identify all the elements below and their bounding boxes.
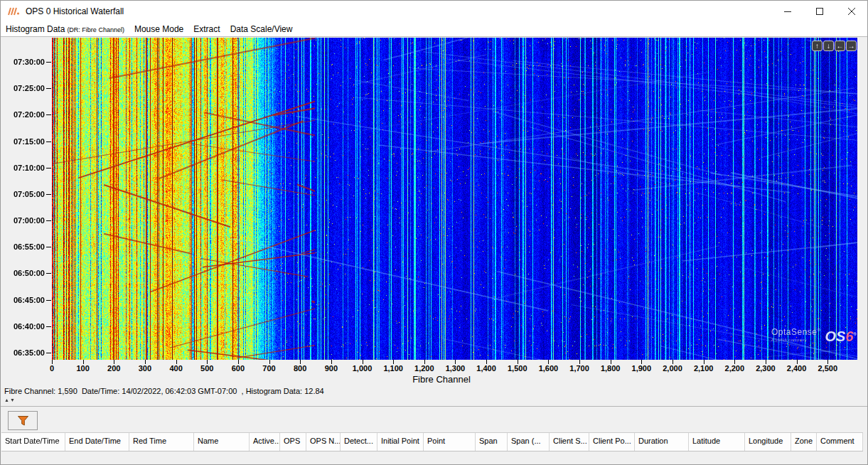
column-header-ops[interactable]: OPS [280, 433, 306, 451]
y-tick-mark [46, 273, 51, 274]
column-header-client-s[interactable]: Client S... [550, 433, 589, 451]
pan-up-button[interactable]: ↑ [812, 41, 823, 51]
column-header-duration[interactable]: Duration [635, 433, 689, 451]
y-tick-label: 07:30:00 [2, 57, 45, 67]
y-tick-label: 07:20:00 [2, 109, 45, 119]
y-tick-mark [46, 353, 51, 353]
status-histogram-label: , Histogram Data: [242, 387, 303, 395]
y-tick-mark [46, 194, 51, 195]
y-tick-label: 06:55:00 [2, 242, 45, 252]
y-tick-label: 06:35:00 [2, 348, 45, 358]
x-tick-label: 2,500 [808, 364, 847, 373]
menu-bar: Histogram Data (DR: Fibre Channel) Mouse… [1, 22, 867, 37]
column-header-start-date-time[interactable]: Start Date/Time [1, 433, 65, 451]
column-header-latitude[interactable]: Latitude [689, 433, 745, 451]
status-fibre-channel-value: 1,590 [58, 387, 77, 395]
column-header-ops-n[interactable]: OPS N... [306, 433, 341, 451]
column-header-span[interactable]: Span (... [508, 433, 550, 451]
column-header-end-date-time[interactable]: End Date/Time [65, 433, 129, 451]
column-header-point[interactable]: Point [424, 433, 476, 451]
menu-histogram-data-label: Histogram Data [6, 24, 65, 34]
filter-funnel-icon [17, 415, 29, 427]
splitter-up-icon[interactable]: ▲ [4, 397, 10, 402]
y-tick-label: 07:10:00 [2, 163, 45, 173]
pan-left-button[interactable]: ← [835, 41, 845, 51]
y-tick-mark [46, 141, 51, 142]
app-window: OPS 0 Historical Waterfall Histogram Dat… [0, 0, 868, 465]
column-header-red-time[interactable]: Red Time [129, 433, 194, 451]
y-tick-label: 06:45:00 [2, 295, 45, 305]
y-tick-label: 07:00:00 [2, 215, 45, 225]
status-fibre-channel-label: Fibre Channel: [4, 387, 55, 395]
y-tick-mark [46, 88, 51, 89]
app-icon [7, 6, 20, 17]
y-tick-mark [46, 326, 51, 327]
status-bar: Fibre Channel: 1,590 Date/Time: 14/02/20… [4, 387, 324, 395]
pan-right-button[interactable]: → [846, 41, 857, 51]
y-tick-mark [46, 300, 51, 301]
filter-button[interactable] [8, 411, 38, 430]
x-axis-title: Fibre Channel [370, 374, 513, 385]
column-header-detect[interactable]: Detect... [341, 433, 377, 451]
column-header-span[interactable]: Span [476, 433, 508, 451]
status-datetime-label: Date/Time: [82, 387, 119, 395]
column-header-initial-point[interactable]: Initial Point [377, 433, 424, 451]
menu-histogram-data[interactable]: Histogram Data (DR: Fibre Channel) [1, 24, 129, 34]
column-header-comment[interactable]: Comment [817, 433, 863, 451]
pan-down-button[interactable]: ↓ [823, 41, 834, 51]
menu-mouse-mode-label: Mouse Mode [134, 24, 183, 34]
column-header-client-po[interactable]: Client Po... [589, 433, 635, 451]
window-title: OPS 0 Historical Waterfall [26, 6, 124, 16]
y-tick-label: 07:25:00 [2, 83, 45, 93]
maximize-button[interactable] [803, 1, 835, 22]
column-header-name[interactable]: Name [194, 433, 250, 451]
menu-data-scale-view[interactable]: Data Scale/View [225, 24, 298, 34]
panel-splitter-handle[interactable]: ▲▼ [4, 397, 16, 402]
title-bar: OPS 0 Historical Waterfall [1, 1, 867, 22]
y-tick-mark [46, 168, 51, 169]
menu-mouse-mode[interactable]: Mouse Mode [129, 24, 188, 34]
y-tick-mark [46, 220, 51, 221]
column-header-active[interactable]: Active... [250, 433, 280, 451]
y-tick-label: 07:05:00 [2, 189, 45, 199]
y-tick-mark [46, 247, 51, 247]
detections-table-header: Start Date/TimeEnd Date/TimeRed TimeName… [1, 432, 863, 451]
column-header-longitude[interactable]: Longitude [745, 433, 791, 451]
splitter-down-icon[interactable]: ▼ [10, 397, 16, 402]
y-tick-label: 06:50:00 [2, 268, 45, 278]
column-header-zone[interactable]: Zone [791, 433, 817, 451]
detections-panel: Start Date/TimeEnd Date/TimeRed TimeName… [1, 406, 867, 464]
y-tick-mark [46, 114, 51, 115]
y-tick-label: 06:40:00 [2, 321, 45, 331]
menu-data-scale-view-label: Data Scale/View [230, 24, 293, 34]
pan-controls: ↑ ↓ ← → [812, 41, 857, 51]
menu-extract-label: Extract [193, 24, 220, 34]
close-button[interactable] [835, 1, 867, 22]
status-histogram-value: 12.84 [304, 387, 324, 395]
menu-extract[interactable]: Extract [188, 24, 225, 34]
menu-histogram-data-suffix: (DR: Fibre Channel) [67, 26, 124, 33]
y-tick-mark [46, 62, 51, 63]
y-tick-label: 07:15:00 [2, 137, 45, 146]
status-datetime-value: 14/02/2022, 06:42:03 GMT-07:00 [122, 387, 237, 395]
waterfall-plot[interactable] [52, 38, 857, 360]
minimize-button[interactable] [771, 1, 803, 22]
